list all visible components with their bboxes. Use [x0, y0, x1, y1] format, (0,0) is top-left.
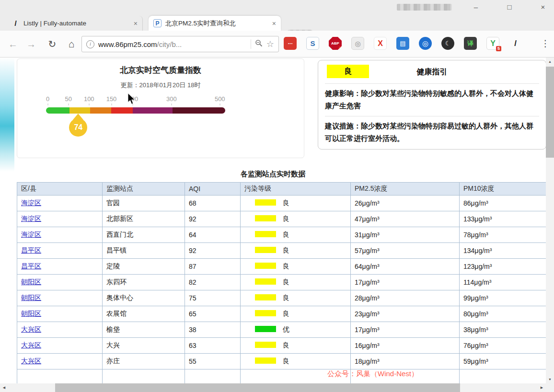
- back-button[interactable]: ←: [6, 37, 20, 51]
- district-link[interactable]: 海淀区: [21, 199, 41, 207]
- reload-button[interactable]: ↻: [45, 37, 59, 51]
- home-button[interactable]: ⌂: [64, 37, 79, 51]
- aqi-title: 北京实时空气质量指数: [17, 65, 304, 76]
- listly-slash-icon[interactable]: /: [509, 37, 522, 50]
- station-name: 榆垡: [103, 322, 185, 338]
- blue-chart-icon[interactable]: ▤: [396, 37, 409, 50]
- red-reader-menu-icon[interactable]: ∙∙∙: [284, 37, 297, 50]
- omnibox-divider: [251, 39, 251, 49]
- clipper-s-icon[interactable]: S: [306, 37, 319, 50]
- district-link[interactable]: 海淀区: [21, 231, 41, 238]
- extension-glyph: ABP: [331, 41, 339, 46]
- aqi-value: 55: [185, 354, 241, 369]
- extensions-bar: ∙∙∙SABP1◎X▤◎☾译Y5/: [284, 37, 522, 50]
- pm25-value: 64μg/m³: [351, 259, 460, 275]
- extension-glyph: ◎: [355, 40, 360, 47]
- tab-pm25[interactable]: P 北京PM2.5实时查询和北 ×: [149, 16, 281, 31]
- station-row: 朝阳区东四环82良17μg/m³114μg/m³: [17, 275, 546, 290]
- y-notes-icon[interactable]: Y5: [486, 37, 499, 50]
- district-link[interactable]: 朝阳区: [21, 278, 41, 286]
- tab-title: 北京PM2.5实时查询和北: [165, 19, 269, 28]
- health-guide-panel: 良 健康指引 健康影响：除少数对某些污染物特别敏感的人群外，不会对人体健康产生危…: [318, 60, 546, 150]
- column-header: 污染等级: [241, 183, 351, 196]
- level-color-swatch: [255, 215, 276, 221]
- station-name: 农展馆: [103, 306, 185, 322]
- scroll-right-arrow-icon[interactable]: ▶: [538, 383, 546, 392]
- scrollbar-corner: [546, 383, 554, 392]
- pm25-value: 23μg/m³: [351, 306, 460, 322]
- district-link[interactable]: 朝阳区: [21, 294, 41, 301]
- browser-menu-icon[interactable]: ⋮: [541, 38, 550, 49]
- station-name: 奥体中心: [103, 290, 185, 306]
- browser-toolbar: ← → ↻ ⌂ i www.86pm25.com/city/b... ☆ ∙∙∙…: [0, 31, 554, 58]
- aqi-bar: [46, 107, 225, 114]
- vertical-scroll-thumb[interactable]: [546, 67, 554, 158]
- tab-listly[interactable]: / Listly | Fully-automate ×: [7, 16, 143, 31]
- station-row: 海淀区西直门北64良31μg/m³78μg/m³: [17, 227, 546, 243]
- scroll-down-arrow-icon[interactable]: ▼: [546, 375, 554, 383]
- level-label: 良: [283, 341, 289, 349]
- url-text[interactable]: www.86pm25.com/city/b...: [98, 40, 247, 48]
- column-header: AQI: [185, 183, 241, 196]
- scale-label: 500: [215, 95, 225, 103]
- x-logo-icon[interactable]: X: [374, 37, 387, 50]
- column-header: PM2.5浓度: [351, 183, 460, 196]
- extension-glyph: ▤: [400, 40, 405, 47]
- browser-window: – □ × / Listly | Fully-automate × P 北京PM…: [0, 0, 554, 392]
- pollution-level-cell: 良: [241, 211, 351, 227]
- station-row: 大兴区大兴63良16μg/m³76μg/m³: [17, 338, 546, 354]
- dark-moon-icon[interactable]: ☾: [441, 37, 454, 50]
- screenshot-camera-icon[interactable]: ◎: [351, 37, 364, 50]
- horizontal-scroll-thumb[interactable]: [55, 383, 460, 392]
- station-name: 亦庄: [103, 354, 185, 369]
- target-ring-icon[interactable]: ◎: [419, 37, 432, 50]
- forward-button[interactable]: →: [24, 37, 38, 51]
- address-bar[interactable]: i www.86pm25.com/city/b... ☆: [81, 36, 279, 52]
- divider: [325, 116, 539, 116]
- level-label: 良: [283, 215, 289, 222]
- station-row: 大兴区榆垡38优17μg/m³38μg/m³: [17, 322, 546, 338]
- window-controls: – □ ×: [472, 0, 547, 13]
- vertical-scrollbar[interactable]: ▲ ▼: [546, 58, 554, 383]
- district-link[interactable]: 昌平区: [21, 246, 41, 254]
- district-link[interactable]: 海淀区: [21, 215, 41, 222]
- pm25-value: 31μg/m³: [351, 227, 460, 243]
- scroll-left-arrow-icon[interactable]: ◀: [0, 383, 8, 392]
- scale-tick: [111, 104, 112, 105]
- pm25-value: 16μg/m³: [351, 338, 460, 354]
- empty-cell: [103, 369, 185, 384]
- adblock-plus-icon[interactable]: ABP1: [329, 37, 342, 50]
- close-button[interactable]: ×: [539, 3, 547, 11]
- scroll-up-arrow-icon[interactable]: ▲: [546, 58, 554, 66]
- level-label: 良: [283, 310, 289, 317]
- translate-dict-icon[interactable]: 译: [464, 37, 477, 50]
- scale-label: 50: [65, 95, 72, 103]
- extension-glyph: ∙∙∙: [288, 40, 292, 47]
- district-cell: 海淀区: [17, 211, 103, 227]
- zoom-icon[interactable]: [255, 39, 263, 49]
- title-bar: – □ ×: [0, 0, 554, 13]
- tab-close-icon[interactable]: ×: [134, 20, 138, 27]
- page-info-icon[interactable]: i: [86, 40, 94, 48]
- tab-close-icon[interactable]: ×: [272, 20, 276, 27]
- pollution-level-cell: 良: [241, 243, 351, 259]
- aqi-bar-segment: [90, 107, 112, 114]
- minimize-button[interactable]: –: [472, 3, 480, 11]
- district-link[interactable]: 大兴区: [21, 341, 41, 349]
- level-label: 良: [283, 246, 289, 254]
- aqi-value: 92: [185, 243, 241, 259]
- district-link[interactable]: 昌平区: [21, 262, 41, 270]
- aqi-panel: 北京实时空气质量指数 更新：2018年01月20日 18时 74 0501001…: [17, 58, 304, 158]
- district-link[interactable]: 朝阳区: [21, 310, 41, 317]
- scale-label: 0: [46, 95, 49, 103]
- partial-row: [17, 369, 546, 384]
- extension-glyph: ◎: [422, 39, 428, 48]
- horizontal-scrollbar[interactable]: ◀ ▶: [0, 383, 546, 392]
- health-impact-text: 健康影响：除少数对某些污染物特别敏感的人群外，不会对人体健康产生危害: [325, 87, 539, 113]
- district-link[interactable]: 大兴区: [21, 325, 41, 333]
- station-row: 昌平区昌平镇92良57μg/m³134μg/m³: [17, 243, 546, 259]
- bookmark-star-icon[interactable]: ☆: [266, 39, 274, 49]
- district-link[interactable]: 大兴区: [21, 357, 41, 365]
- aqi-value: 92: [185, 211, 241, 227]
- maximize-button[interactable]: □: [505, 3, 514, 11]
